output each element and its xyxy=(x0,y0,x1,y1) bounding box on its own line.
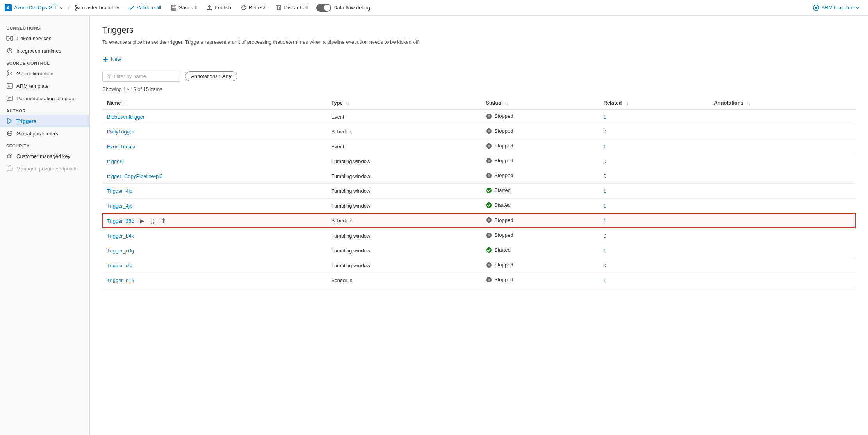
stopped-icon xyxy=(486,262,492,268)
status-badge: Stopped xyxy=(486,158,513,164)
status-badge: Stopped xyxy=(486,262,513,268)
trigger-name-link[interactable]: Trigger_cfc xyxy=(107,263,132,268)
brand[interactable]: A Azure DevOps GIT xyxy=(5,4,66,11)
branch-selector[interactable]: master branch xyxy=(71,5,123,11)
cell-related: 1 xyxy=(599,243,709,258)
cell-name: trigger1 xyxy=(102,154,326,169)
publish-icon xyxy=(206,5,212,11)
svg-point-45 xyxy=(488,145,490,147)
trigger-name-link[interactable]: BlobEventtrigger xyxy=(107,114,144,120)
svg-point-60 xyxy=(488,279,490,281)
svg-point-41 xyxy=(488,115,490,117)
sidebar-item-arm-template[interactable]: ARM template xyxy=(0,80,89,92)
cell-related: 1 xyxy=(599,109,709,124)
related-link[interactable]: 1 xyxy=(603,114,606,120)
arm-template-button[interactable]: ARM template xyxy=(809,4,863,11)
discard-label: Discard all xyxy=(284,5,308,11)
col-status[interactable]: Status ↑↓ xyxy=(481,97,599,109)
col-type[interactable]: Type ↑↓ xyxy=(326,97,481,109)
trigger-name-link[interactable]: EventTrigger xyxy=(107,144,136,149)
trigger-name-link[interactable]: DailyTrigger xyxy=(107,129,134,135)
table-row: Trigger_4jbTumbling window Started1 xyxy=(102,183,856,198)
svg-point-19 xyxy=(7,71,9,72)
refresh-label: Refresh xyxy=(249,5,267,11)
cell-type: Schedule xyxy=(326,273,481,288)
col-name[interactable]: Name ↑↓ xyxy=(102,97,326,109)
table-row: Trigger_cdgTumbling window Started1 xyxy=(102,243,856,258)
page-description: To execute a pipeline set the trigger. T… xyxy=(102,38,454,46)
validate-all-button[interactable]: Validate all xyxy=(125,3,165,12)
related-link[interactable]: 1 xyxy=(603,144,606,149)
svg-point-43 xyxy=(488,130,490,132)
discard-all-button[interactable]: Discard all xyxy=(272,3,312,12)
annotations-filter[interactable]: Annotations : Any xyxy=(185,71,237,81)
parameterization-label: Parameterization template xyxy=(16,96,76,101)
col-annotations[interactable]: Annotations ↑↓ xyxy=(709,97,856,109)
related-link[interactable]: 1 xyxy=(603,248,606,254)
arm-template-label: ARM template xyxy=(822,5,854,11)
validate-label: Validate all xyxy=(137,5,161,11)
cell-status: Stopped xyxy=(481,154,599,169)
cell-status: Stopped xyxy=(481,124,599,139)
refresh-button[interactable]: Refresh xyxy=(237,3,271,12)
cell-status: Started xyxy=(481,183,599,198)
data-flow-debug-toggle[interactable]: Data flow debug xyxy=(316,4,370,12)
status-badge: Stopped xyxy=(486,143,513,149)
cell-related: 1 xyxy=(599,273,709,288)
cell-status: Stopped xyxy=(481,109,599,124)
stopped-icon xyxy=(486,113,492,119)
svg-point-49 xyxy=(488,174,490,177)
cell-name: Trigger_4jb xyxy=(102,183,326,198)
trigger-name-link[interactable]: trigger_CopyPipeline-pl0 xyxy=(107,173,162,179)
trigger-name-link[interactable]: Trigger_4jb xyxy=(107,188,132,194)
save-all-button[interactable]: Save all xyxy=(167,3,201,12)
cell-name: DailyTrigger xyxy=(102,124,326,139)
new-trigger-button[interactable]: New xyxy=(102,54,121,65)
col-related[interactable]: Related ↑↓ xyxy=(599,97,709,109)
discard-icon xyxy=(276,5,282,11)
started-icon xyxy=(486,202,492,208)
related-link[interactable]: 1 xyxy=(603,218,606,224)
started-icon xyxy=(486,247,492,253)
sidebar-item-triggers[interactable]: Triggers xyxy=(0,115,89,127)
sidebar-item-global-parameters[interactable]: Global parameters xyxy=(0,127,89,140)
sidebar-item-linked-services[interactable]: Linked services xyxy=(0,32,89,44)
delete-trigger-button[interactable]: 🗑 xyxy=(159,217,168,225)
arm-icon xyxy=(813,4,820,11)
new-button-label: New xyxy=(111,56,121,62)
sidebar-item-customer-managed-key[interactable]: Customer managed key xyxy=(0,150,89,162)
filter-by-name-input[interactable] xyxy=(114,73,176,79)
filter-input-wrap[interactable] xyxy=(102,71,180,82)
sidebar-item-integration-runtimes[interactable]: Integration runtimes xyxy=(0,44,89,57)
related-link[interactable]: 1 xyxy=(603,277,606,283)
status-badge: Started xyxy=(486,247,511,253)
edit-json-button[interactable]: { } xyxy=(149,217,156,224)
annotations-label: Annotations : xyxy=(191,73,222,79)
start-trigger-button[interactable]: ▶ xyxy=(138,217,146,225)
trigger-name-link[interactable]: Trigger_b4x xyxy=(107,233,134,239)
related-link[interactable]: 1 xyxy=(603,203,606,209)
publish-button[interactable]: Publish xyxy=(202,3,235,12)
sidebar-item-git-configuration[interactable]: Git configuration xyxy=(0,67,89,80)
cell-related: 0 xyxy=(599,258,709,273)
status-badge: Stopped xyxy=(486,113,513,119)
trigger-name-link[interactable]: trigger1 xyxy=(107,158,124,164)
cell-annotations xyxy=(709,213,856,228)
validate-icon xyxy=(128,5,135,11)
trigger-name-link[interactable]: Trigger_cdg xyxy=(107,248,134,254)
svg-rect-26 xyxy=(7,96,12,101)
managed-private-endpoints-label: Managed private endpoints xyxy=(16,166,78,172)
cell-annotations xyxy=(709,139,856,154)
cell-type: Tumbling window xyxy=(326,183,481,198)
triggers-tbody: BlobEventtriggerEvent Stopped1DailyTrigg… xyxy=(102,109,856,288)
related-link[interactable]: 1 xyxy=(603,188,606,194)
sidebar-item-parameterization[interactable]: Parameterization template xyxy=(0,92,89,105)
trigger-name-link[interactable]: Trigger_35o xyxy=(107,218,134,224)
cell-related: 1 xyxy=(599,213,709,228)
trigger-name-link[interactable]: Trigger_e16 xyxy=(107,277,134,283)
stopped-icon xyxy=(486,172,492,179)
trigger-name-link[interactable]: Trigger_4jp xyxy=(107,203,132,209)
table-header: Name ↑↓ Type ↑↓ Status ↑↓ Related ↑↓ Ann… xyxy=(102,97,856,109)
svg-text:A: A xyxy=(7,5,10,10)
sidebar-item-managed-private-endpoints: Managed private endpoints xyxy=(0,162,89,175)
